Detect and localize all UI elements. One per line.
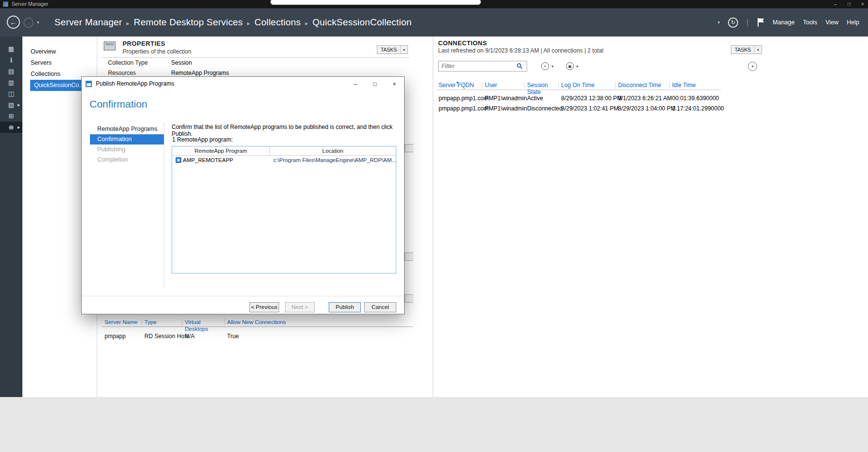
breadcrumb-rds[interactable]: Remote Desktop Services bbox=[134, 17, 243, 28]
chevron-down-icon: ▾ bbox=[755, 48, 762, 52]
chevron-down-icon: ▾ bbox=[551, 64, 553, 69]
collapse-panel-button[interactable]: ▾ bbox=[748, 62, 757, 71]
chevron-down-icon: ▾ bbox=[751, 64, 753, 69]
chevron-down-icon: ▾ bbox=[401, 48, 407, 52]
query-list-button[interactable]: ≡ ▾ bbox=[541, 61, 553, 72]
column-header-user[interactable]: User bbox=[482, 82, 525, 89]
publish-button[interactable]: Publish bbox=[329, 302, 361, 312]
step-remoteapp-programs[interactable]: RemoteApp Programs bbox=[90, 124, 164, 134]
step-publishing: Publishing bbox=[90, 145, 164, 155]
column-header-remoteapp-program[interactable]: RemoteApp Program bbox=[172, 146, 270, 155]
nav-divider: | bbox=[746, 18, 748, 26]
column-header-idle-time[interactable]: Idle Time bbox=[670, 82, 718, 89]
properties-tasks-button[interactable]: TASKS ▾ bbox=[377, 45, 408, 54]
dialog-titlebar[interactable]: Publish RemoteApp Programs – □ × bbox=[82, 77, 404, 91]
property-value: Session bbox=[171, 58, 192, 68]
sidebar-item-overview[interactable]: Overview bbox=[22, 46, 97, 57]
cell-user: PMP1\winadmin bbox=[485, 104, 527, 114]
save-query-button[interactable]: ▣ ▾ bbox=[566, 61, 578, 72]
column-header-server-name[interactable]: Server Name bbox=[102, 319, 142, 325]
steps-divider bbox=[164, 122, 164, 287]
cell-log-on-time: 8/29/2023 1:02:41 PM bbox=[561, 104, 619, 114]
cell-session-state: Disconnected bbox=[527, 104, 563, 114]
properties-table: Collection Type Session Resources Remote… bbox=[102, 57, 409, 78]
buttons-divider bbox=[82, 296, 404, 296]
breadcrumb-quicksessioncollection[interactable]: QuickSessionCollection bbox=[313, 17, 412, 28]
cancel-button[interactable]: Cancel bbox=[364, 302, 396, 312]
column-header-virtual-desktops[interactable]: Virtual Desktops bbox=[182, 319, 225, 325]
wizard-steps: RemoteApp Programs Confirmation Publishi… bbox=[90, 124, 164, 165]
cell-idle-time: 00:01:39.6390000 bbox=[672, 93, 719, 104]
program-count-label: 1 RemoteApp program: bbox=[172, 136, 233, 143]
window-title: Server Manager bbox=[12, 0, 48, 8]
connections-panel: CONNECTIONS Last refreshed on 9/1/2023 6… bbox=[433, 36, 868, 397]
breadcrumb-collections[interactable]: Collections bbox=[254, 17, 301, 28]
cell-user: PMP1\winadmin bbox=[485, 93, 527, 104]
menu-view[interactable]: View bbox=[825, 19, 838, 26]
close-icon[interactable]: × bbox=[859, 1, 866, 7]
menu-help[interactable]: Help bbox=[847, 19, 859, 26]
connections-title: CONNECTIONS bbox=[438, 39, 487, 47]
breadcrumb-separator-icon: ▸ bbox=[305, 20, 308, 27]
column-header-allow-new-connections[interactable]: Allow New Connections bbox=[225, 319, 293, 325]
window-titlebar: Server Manager – □ × bbox=[0, 0, 868, 8]
step-completion: Completion bbox=[90, 155, 164, 165]
cell-session-state: Active bbox=[527, 93, 543, 104]
dialog-close-icon[interactable]: × bbox=[385, 77, 404, 91]
cell-type: RD Session Host bbox=[144, 331, 189, 341]
dialog-minimize-icon[interactable]: – bbox=[346, 77, 365, 91]
expand-arrow-icon[interactable]: ▶ bbox=[18, 103, 20, 107]
column-header-location[interactable]: Location bbox=[270, 146, 396, 155]
column-header-log-on-time[interactable]: Log On Time bbox=[559, 82, 616, 89]
remoteapp-programs-table: RemoteApp Program Location AMP_REMOTEAPP… bbox=[172, 146, 396, 273]
forward-button[interactable]: → bbox=[23, 18, 34, 28]
dialog-maximize-icon[interactable]: □ bbox=[365, 77, 385, 91]
filter-input[interactable] bbox=[438, 61, 527, 72]
navigation-bar: ← → ▾ Server Manager ▸ Remote Desktop Se… bbox=[0, 8, 868, 36]
local-server-icon[interactable]: ℹ bbox=[0, 54, 22, 66]
file-storage-services-icon[interactable]: ▥ bbox=[0, 77, 22, 88]
maximize-icon[interactable]: □ bbox=[846, 1, 852, 7]
breadcrumb-separator-icon: ▸ bbox=[247, 20, 250, 27]
column-header-disconnect-time[interactable]: Disconnect Time bbox=[616, 82, 670, 89]
dashboard-icon[interactable]: ▦ bbox=[0, 43, 22, 54]
menu-tools[interactable]: Tools bbox=[803, 19, 817, 26]
connections-tasks-button[interactable]: TASKS ▾ bbox=[731, 45, 762, 54]
floating-search-bar[interactable] bbox=[270, 0, 481, 5]
table-row[interactable]: pmpapp RD Session Host N/A True bbox=[102, 331, 413, 341]
save-icon: ▣ bbox=[566, 62, 574, 70]
cell-server-fqdn: pmpapp.pmp1.com bbox=[439, 93, 489, 104]
previous-button[interactable]: < Previous bbox=[249, 302, 279, 312]
history-dropdown-icon[interactable]: ▾ bbox=[37, 20, 39, 25]
publish-wizard-icon bbox=[86, 81, 92, 87]
step-confirmation[interactable]: Confirmation bbox=[90, 134, 164, 145]
minimize-icon[interactable]: – bbox=[832, 1, 839, 7]
list-icon: ≡ bbox=[541, 62, 549, 70]
ad-users-icon[interactable]: ◫ bbox=[0, 88, 22, 99]
table-row[interactable]: pmpapp.pmp1.com PMP1\winadmin Disconnect… bbox=[436, 104, 777, 114]
wizard-instruction: Confirm that the list of RemoteApp progr… bbox=[172, 124, 400, 137]
cell-disconnect-time: 8/29/2023 1:04:00 PM bbox=[618, 104, 675, 114]
server-manager-icon bbox=[3, 1, 8, 7]
column-header-type[interactable]: Type bbox=[142, 319, 182, 325]
table-row[interactable]: AMP_REMOTEAPP c:\Program Files\ManageEng… bbox=[172, 156, 396, 164]
features-icon[interactable]: ⊞ bbox=[0, 110, 22, 122]
notifications-dropdown-icon[interactable]: ▾ bbox=[718, 20, 720, 25]
table-row[interactable]: pmpapp.pmp1.com PMP1\winadmin Active 8/2… bbox=[436, 93, 777, 104]
all-servers-icon[interactable]: ▤ bbox=[0, 66, 22, 77]
properties-subtitle: Properties of the collection bbox=[123, 48, 191, 55]
column-header-server-fqdn[interactable]: Server FQDN ▲ bbox=[436, 82, 482, 89]
back-button[interactable]: ← bbox=[7, 16, 20, 29]
menu-manage[interactable]: Manage bbox=[773, 19, 795, 26]
remote-desktop-services-icon[interactable]: ⊛ ▶ bbox=[0, 122, 22, 133]
notifications-flag-icon[interactable] bbox=[757, 18, 764, 27]
roles-icon[interactable]: ▧ ▶ bbox=[0, 99, 22, 110]
sidebar-item-servers[interactable]: Servers bbox=[22, 57, 97, 69]
breadcrumb-server-manager[interactable]: Server Manager bbox=[54, 17, 122, 28]
host-servers-header: Server Name Type Virtual Desktops Allow … bbox=[102, 317, 413, 327]
properties-title: PROPERTIES bbox=[123, 40, 165, 47]
refresh-button[interactable]: ↻ bbox=[728, 18, 738, 28]
expand-arrow-icon[interactable]: ▶ bbox=[18, 126, 20, 129]
cell-disconnect-time: 9/1/2023 6:26:21 AM bbox=[618, 93, 672, 104]
column-header-session-state[interactable]: Session State bbox=[525, 82, 559, 89]
